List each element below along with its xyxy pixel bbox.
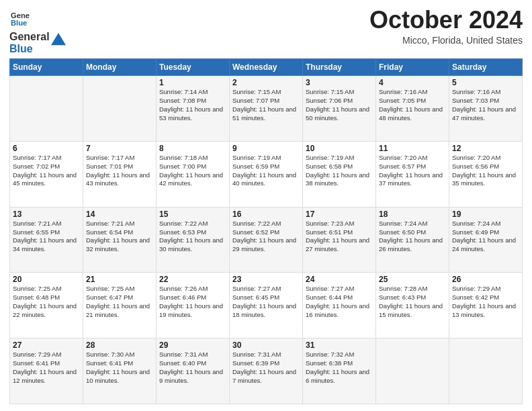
day-number: 13 [13,210,80,219]
day-number: 20 [13,275,80,284]
calendar-cell: 26Sunrise: 7:29 AMSunset: 6:42 PMDayligh… [449,273,523,338]
logo-blue: Blue [9,43,50,55]
weekday-header-sunday: Sunday [10,59,83,76]
calendar-cell: 30Sunrise: 7:31 AMSunset: 6:39 PMDayligh… [230,338,303,404]
day-number: 23 [232,275,300,284]
calendar-cell: 10Sunrise: 7:19 AMSunset: 6:58 PMDayligh… [303,141,376,207]
day-info: Sunrise: 7:24 AMSunset: 6:49 PMDaylight:… [452,220,519,254]
svg-marker-2 [51,33,66,45]
day-number: 16 [232,210,300,219]
day-number: 6 [13,144,80,153]
calendar-cell: 27Sunrise: 7:29 AMSunset: 6:41 PMDayligh… [10,338,83,404]
calendar-cell: 13Sunrise: 7:21 AMSunset: 6:55 PMDayligh… [10,207,83,273]
day-info: Sunrise: 7:20 AMSunset: 6:57 PMDaylight:… [379,154,446,188]
day-number: 11 [379,144,446,153]
day-info: Sunrise: 7:25 AMSunset: 6:47 PMDaylight:… [86,285,153,319]
page: General Blue General Blue October 2024 M… [0,0,532,411]
calendar-cell [376,338,449,404]
weekday-header-saturday: Saturday [449,59,523,76]
calendar-cell: 7Sunrise: 7:17 AMSunset: 7:01 PMDaylight… [83,141,157,207]
calendar-cell: 2Sunrise: 7:15 AMSunset: 7:07 PMDaylight… [230,76,303,142]
day-info: Sunrise: 7:15 AMSunset: 7:07 PMDaylight:… [232,88,300,122]
calendar-cell: 20Sunrise: 7:25 AMSunset: 6:48 PMDayligh… [10,273,83,338]
day-info: Sunrise: 7:25 AMSunset: 6:48 PMDaylight:… [13,285,80,319]
day-info: Sunrise: 7:23 AMSunset: 6:51 PMDaylight:… [306,220,373,254]
logo: General Blue General Blue [9,9,66,54]
day-info: Sunrise: 7:15 AMSunset: 7:06 PMDaylight:… [306,88,373,122]
location-title: Micco, Florida, United States [369,35,523,46]
header: General Blue General Blue October 2024 M… [9,7,523,54]
calendar-cell: 19Sunrise: 7:24 AMSunset: 6:49 PMDayligh… [449,207,523,273]
day-number: 31 [306,340,373,350]
day-info: Sunrise: 7:29 AMSunset: 6:41 PMDaylight:… [13,351,80,385]
calendar-week-row: 27Sunrise: 7:29 AMSunset: 6:41 PMDayligh… [10,338,523,404]
calendar-cell: 5Sunrise: 7:16 AMSunset: 7:03 PMDaylight… [449,76,523,142]
day-info: Sunrise: 7:20 AMSunset: 6:56 PMDaylight:… [452,154,519,188]
weekday-header-thursday: Thursday [303,59,376,76]
day-number: 25 [379,275,446,284]
day-info: Sunrise: 7:22 AMSunset: 6:53 PMDaylight:… [159,220,226,254]
day-info: Sunrise: 7:17 AMSunset: 7:01 PMDaylight:… [86,154,153,188]
day-info: Sunrise: 7:17 AMSunset: 7:02 PMDaylight:… [13,154,80,188]
day-number: 19 [452,210,519,219]
calendar-table: SundayMondayTuesdayWednesdayThursdayFrid… [9,58,523,404]
calendar-cell: 18Sunrise: 7:24 AMSunset: 6:50 PMDayligh… [376,207,449,273]
day-info: Sunrise: 7:24 AMSunset: 6:50 PMDaylight:… [379,220,446,254]
calendar-cell [10,76,83,142]
day-number: 18 [379,210,446,219]
day-info: Sunrise: 7:28 AMSunset: 6:43 PMDaylight:… [379,285,446,319]
calendar-cell: 16Sunrise: 7:22 AMSunset: 6:52 PMDayligh… [230,207,303,273]
calendar-cell: 15Sunrise: 7:22 AMSunset: 6:53 PMDayligh… [157,207,230,273]
calendar-cell: 14Sunrise: 7:21 AMSunset: 6:54 PMDayligh… [83,207,157,273]
day-info: Sunrise: 7:32 AMSunset: 6:38 PMDaylight:… [306,351,373,385]
calendar-cell [449,338,523,404]
day-info: Sunrise: 7:16 AMSunset: 7:03 PMDaylight:… [452,88,519,122]
day-number: 3 [306,78,373,87]
day-info: Sunrise: 7:21 AMSunset: 6:54 PMDaylight:… [86,220,153,254]
day-info: Sunrise: 7:27 AMSunset: 6:45 PMDaylight:… [232,285,300,319]
weekday-header-wednesday: Wednesday [230,59,303,76]
weekday-header-monday: Monday [83,59,157,76]
day-info: Sunrise: 7:31 AMSunset: 6:39 PMDaylight:… [232,351,300,385]
calendar-cell: 4Sunrise: 7:16 AMSunset: 7:05 PMDaylight… [376,76,449,142]
logo-general: General [9,31,50,43]
calendar-cell: 29Sunrise: 7:31 AMSunset: 6:40 PMDayligh… [157,338,230,404]
calendar-cell: 25Sunrise: 7:28 AMSunset: 6:43 PMDayligh… [376,273,449,338]
day-info: Sunrise: 7:16 AMSunset: 7:05 PMDaylight:… [379,88,446,122]
day-number: 4 [379,78,446,87]
day-info: Sunrise: 7:14 AMSunset: 7:08 PMDaylight:… [159,88,226,122]
day-number: 14 [86,210,153,219]
calendar-cell: 22Sunrise: 7:26 AMSunset: 6:46 PMDayligh… [157,273,230,338]
day-number: 29 [159,340,226,350]
calendar-week-row: 20Sunrise: 7:25 AMSunset: 6:48 PMDayligh… [10,273,523,338]
weekday-header-tuesday: Tuesday [157,59,230,76]
calendar-cell: 21Sunrise: 7:25 AMSunset: 6:47 PMDayligh… [83,273,157,338]
day-number: 12 [452,144,519,153]
calendar-header-row: SundayMondayTuesdayWednesdayThursdayFrid… [10,59,523,76]
day-info: Sunrise: 7:22 AMSunset: 6:52 PMDaylight:… [232,220,300,254]
month-title: October 2024 [369,7,523,34]
svg-text:General: General [11,11,30,19]
calendar-cell: 28Sunrise: 7:30 AMSunset: 6:41 PMDayligh… [83,338,157,404]
day-info: Sunrise: 7:30 AMSunset: 6:41 PMDaylight:… [86,351,153,385]
day-info: Sunrise: 7:31 AMSunset: 6:40 PMDaylight:… [159,351,226,385]
day-number: 8 [159,144,226,153]
calendar-week-row: 13Sunrise: 7:21 AMSunset: 6:55 PMDayligh… [10,207,523,273]
day-number: 26 [452,275,519,284]
day-number: 5 [452,78,519,87]
svg-text:Blue: Blue [11,19,27,27]
day-number: 27 [13,340,80,350]
day-number: 2 [232,78,300,87]
day-number: 24 [306,275,373,284]
calendar-cell: 12Sunrise: 7:20 AMSunset: 6:56 PMDayligh… [449,141,523,207]
calendar-cell: 23Sunrise: 7:27 AMSunset: 6:45 PMDayligh… [230,273,303,338]
logo-icon: General Blue [11,9,30,28]
day-number: 17 [306,210,373,219]
calendar-cell [83,76,157,142]
day-number: 1 [159,78,226,87]
calendar-cell: 8Sunrise: 7:18 AMSunset: 7:00 PMDaylight… [157,141,230,207]
day-number: 10 [306,144,373,153]
day-info: Sunrise: 7:26 AMSunset: 6:46 PMDaylight:… [159,285,226,319]
calendar-cell: 24Sunrise: 7:27 AMSunset: 6:44 PMDayligh… [303,273,376,338]
day-info: Sunrise: 7:29 AMSunset: 6:42 PMDaylight:… [452,285,519,319]
